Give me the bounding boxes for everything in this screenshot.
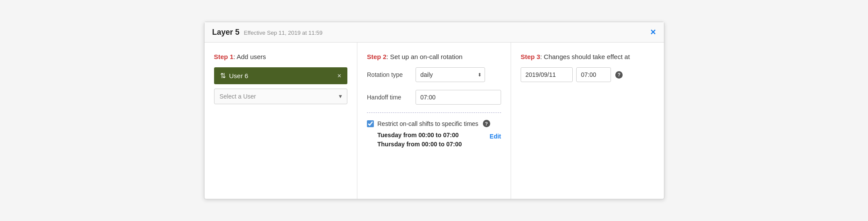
restrict-checkbox[interactable] [367, 120, 374, 127]
shift-text-1: Tuesday from 00:00 to 07:00 [377, 132, 459, 139]
step1-number: Step 1 [214, 53, 234, 60]
restrict-row: Restrict on-call shifts to specific time… [367, 120, 501, 127]
modal-container: Layer 5 Effective Sep 11, 2019 at 11:59 … [204, 22, 664, 199]
step1-label: : Add users [234, 53, 266, 60]
divider [367, 112, 501, 113]
step3-heading: Step 3: Changes should take effect at [521, 53, 654, 60]
modal-body: Step 1: Add users ⇅ User 6 × Select a Us… [205, 43, 664, 199]
modal-header-left: Layer 5 Effective Sep 11, 2019 at 11:59 [212, 28, 323, 37]
step1-panel: Step 1: Add users ⇅ User 6 × Select a Us… [205, 43, 358, 199]
step3-panel: Step 3: Changes should take effect at ? [511, 43, 664, 199]
user-remove-button[interactable]: × [337, 73, 341, 79]
step2-number: Step 2 [367, 53, 386, 60]
handoff-label: Handoff time [367, 94, 410, 101]
time-input[interactable] [576, 67, 611, 82]
shift-line-2: Thursday from 00:00 to 07:00 [367, 141, 501, 148]
select-user-wrapper: Select a User ▼ [214, 89, 348, 104]
close-button[interactable]: × [650, 27, 656, 37]
user-row-left: ⇅ User 6 [220, 72, 248, 80]
user-name: User 6 [229, 72, 248, 79]
step1-heading: Step 1: Add users [214, 53, 348, 60]
edit-link[interactable]: Edit [490, 133, 501, 140]
rotation-type-select-wrapper: daily weekly custom ⬍ [416, 67, 485, 82]
rotation-type-label: Rotation type [367, 71, 410, 78]
sort-icon: ⇅ [220, 72, 226, 80]
rotation-type-select[interactable]: daily weekly custom [416, 67, 485, 82]
step3-label: : Changes should take effect at [540, 53, 630, 60]
help-icon[interactable]: ? [483, 120, 490, 127]
step3-help-icon[interactable]: ? [615, 71, 623, 79]
step2-panel: Step 2: Set up an on-call rotation Rotat… [357, 43, 511, 199]
restrict-label: Restrict on-call shifts to specific time… [377, 120, 479, 127]
modal-header: Layer 5 Effective Sep 11, 2019 at 11:59 … [205, 22, 664, 43]
step3-number: Step 3 [521, 53, 540, 60]
date-time-row: ? [521, 67, 654, 82]
user-row: ⇅ User 6 × [214, 67, 348, 84]
select-user-dropdown[interactable]: Select a User [214, 89, 348, 104]
shift-line-1: Tuesday from 00:00 to 07:00 [367, 132, 459, 139]
shift-line-1-row: Tuesday from 00:00 to 07:00 Edit [367, 132, 501, 141]
handoff-time-row: Handoff time [367, 90, 501, 105]
date-input[interactable] [521, 67, 573, 82]
rotation-type-row: Rotation type daily weekly custom ⬍ [367, 67, 501, 82]
step2-label: : Set up an on-call rotation [386, 53, 462, 60]
modal-subtitle: Effective Sep 11, 2019 at 11:59 [244, 30, 323, 36]
modal-title: Layer 5 [212, 28, 240, 37]
step2-heading: Step 2: Set up an on-call rotation [367, 53, 501, 60]
handoff-input[interactable] [416, 90, 501, 105]
shift-text-2: Thursday from 00:00 to 07:00 [377, 141, 462, 148]
